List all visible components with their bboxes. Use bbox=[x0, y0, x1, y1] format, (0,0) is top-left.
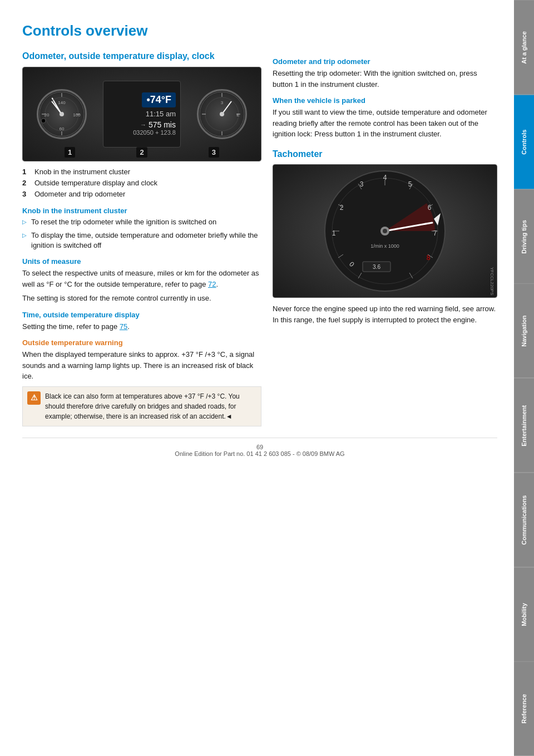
tab-navigation[interactable]: Navigation bbox=[514, 283, 534, 378]
img-label-3: 3 bbox=[209, 147, 219, 158]
temp-warning-heading: Outside temperature warning bbox=[22, 338, 261, 347]
svg-point-12 bbox=[41, 119, 46, 123]
center-display: •74°F 11:15 am → 575 mis 032050 + 123.8 bbox=[103, 81, 181, 148]
warning-icon: ⚠ bbox=[27, 391, 41, 405]
svg-text:20: 20 bbox=[44, 112, 49, 117]
time-display-heading: Time, outside temperature display bbox=[22, 311, 261, 319]
item-text: Odometer and trip odometer bbox=[34, 189, 125, 199]
svg-point-22 bbox=[220, 112, 224, 116]
odo-main: 575 mis bbox=[149, 120, 176, 129]
img-label-1: 1 bbox=[65, 147, 75, 158]
temperature-display: •74°F bbox=[142, 92, 176, 107]
side-navigation: At a glance Controls Driving tips Naviga… bbox=[514, 0, 534, 756]
units-heading: Units of measure bbox=[22, 257, 261, 266]
arrow-icon-2: ▷ bbox=[22, 232, 27, 251]
right-column: Odometer and trip odometer Resetting the… bbox=[273, 51, 497, 426]
units-body2: The setting is stored for the remote con… bbox=[22, 293, 261, 304]
knob-text-2: To display the time, outside temperature… bbox=[31, 230, 261, 251]
footer-text: Online Edition for Part no. 01 41 2 603 … bbox=[175, 450, 344, 457]
tab-entertainment[interactable]: Entertainment bbox=[514, 378, 534, 473]
temp-warning-body: When the displayed temperature sinks to … bbox=[22, 349, 261, 382]
svg-text:E: E bbox=[237, 112, 240, 117]
item-number: 1 bbox=[22, 167, 30, 177]
knob-bullet-2: ▷ To display the time, outside temperatu… bbox=[22, 230, 261, 251]
time-display: 11:15 am bbox=[146, 110, 176, 118]
image-source: YFCCL220PS bbox=[490, 267, 495, 295]
svg-point-49 bbox=[383, 229, 387, 233]
tab-controls[interactable]: Controls bbox=[514, 95, 534, 189]
page-footer: 69 Online Edition for Part no. 01 41 2 6… bbox=[22, 438, 497, 457]
arrow-icon-1: ▷ bbox=[22, 218, 27, 227]
list-item: 1 Knob in the instrument cluster bbox=[22, 167, 261, 177]
svg-text:1/min x 1000: 1/min x 1000 bbox=[370, 243, 399, 249]
knob-text-1: To reset the trip odometer while the ign… bbox=[31, 217, 216, 227]
tab-driving-tips[interactable]: Driving tips bbox=[514, 189, 534, 284]
tab-mobility[interactable]: Mobility bbox=[514, 567, 534, 662]
tachometer-svg: 0 1 2 3 4 5 6 bbox=[324, 170, 446, 292]
page-title: Controls overview bbox=[22, 22, 497, 40]
tachometer-body: Never force the engine speed up into the… bbox=[273, 303, 497, 325]
svg-text:3.6: 3.6 bbox=[373, 264, 380, 270]
tab-reference[interactable]: Reference bbox=[514, 661, 534, 756]
item-text: Outside temperature display and clock bbox=[34, 178, 157, 188]
section1-heading: Odometer, outside temperature display, c… bbox=[22, 51, 261, 62]
svg-text:60: 60 bbox=[59, 126, 64, 131]
img-label-2: 2 bbox=[136, 147, 147, 158]
left-column: Odometer, outside temperature display, c… bbox=[22, 51, 261, 426]
odo-body: Resetting the trip odometer: With the ig… bbox=[273, 68, 497, 90]
svg-point-11 bbox=[60, 112, 64, 116]
parked-body: If you still want to view the time, outs… bbox=[273, 107, 497, 140]
item-number: 3 bbox=[22, 189, 30, 199]
odo-trip: 032050 + 123.8 bbox=[133, 129, 176, 136]
list-item: 2 Outside temperature display and clock bbox=[22, 178, 261, 188]
tab-at-a-glance[interactable]: At a glance bbox=[514, 0, 534, 95]
units-body1: To select the respective units of measur… bbox=[22, 268, 261, 289]
knob-bullet-1: ▷ To reset the trip odometer while the i… bbox=[22, 217, 261, 227]
item-number: 2 bbox=[22, 178, 30, 188]
svg-text:1: 1 bbox=[332, 229, 336, 237]
svg-text:7: 7 bbox=[433, 229, 437, 237]
right-gauge: 3 E bbox=[197, 89, 247, 139]
tachometer-image: 0 1 2 3 4 5 6 bbox=[273, 164, 497, 298]
warning-text: Black ice can also form at temperatures … bbox=[45, 391, 256, 421]
instrument-cluster-image: 140 60 20 100 •74°F bbox=[22, 67, 261, 161]
svg-text:140: 140 bbox=[58, 100, 66, 105]
left-gauge: 140 60 20 100 bbox=[37, 89, 87, 139]
svg-text:5: 5 bbox=[408, 180, 412, 188]
parked-heading: When the vehicle is parked bbox=[273, 96, 497, 105]
svg-line-21 bbox=[222, 101, 231, 114]
svg-text:3: 3 bbox=[221, 100, 224, 105]
list-item: 3 Odometer and trip odometer bbox=[22, 189, 261, 199]
tab-communications[interactable]: Communications bbox=[514, 473, 534, 567]
time-page-link[interactable]: 75 bbox=[120, 322, 127, 331]
knob-list: ▷ To reset the trip odometer while the i… bbox=[22, 217, 261, 251]
time-display-body: Setting the time, refer to page 75. bbox=[22, 321, 261, 332]
warning-box: ⚠ Black ice can also form at temperature… bbox=[22, 386, 261, 426]
page-number: 69 bbox=[256, 444, 263, 450]
two-column-layout: Odometer, outside temperature display, c… bbox=[22, 51, 497, 426]
tachometer-heading: Tachometer bbox=[273, 149, 497, 160]
tachometer-display: 0 1 2 3 4 5 6 bbox=[273, 165, 497, 297]
svg-text:100: 100 bbox=[73, 112, 81, 117]
odometer-display: → 575 mis 032050 + 123.8 bbox=[133, 120, 176, 136]
main-content: Controls overview Odometer, outside temp… bbox=[0, 0, 514, 756]
units-page-link[interactable]: 72 bbox=[208, 280, 216, 288]
odo-heading: Odometer and trip odometer bbox=[273, 57, 497, 66]
component-list: 1 Knob in the instrument cluster 2 Outsi… bbox=[22, 167, 261, 200]
knob-heading: Knob in the instrument cluster bbox=[22, 207, 261, 215]
item-text: Knob in the instrument cluster bbox=[34, 167, 130, 177]
